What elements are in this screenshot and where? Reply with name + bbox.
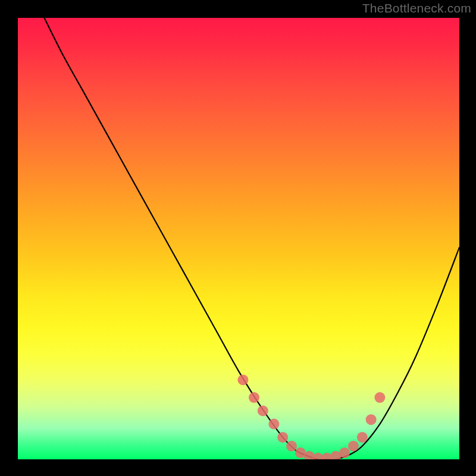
- optimum-dot: [374, 392, 385, 403]
- optimum-dot: [258, 405, 268, 416]
- optimum-dot: [237, 374, 248, 385]
- optimum-dots: [237, 374, 385, 459]
- chart-container: TheBottleneck.com: [0, 0, 476, 476]
- optimum-dot: [277, 432, 288, 443]
- optimum-dot: [366, 414, 377, 425]
- optimum-dot: [268, 419, 279, 430]
- optimum-dot: [339, 447, 350, 458]
- optimum-dot: [348, 441, 359, 452]
- gradient-plot-area: [18, 18, 459, 459]
- curve-svg: [18, 18, 459, 459]
- optimum-dot: [357, 432, 368, 443]
- watermark-text: TheBottleneck.com: [362, 1, 471, 15]
- optimum-dot: [286, 441, 297, 452]
- optimum-dot: [249, 392, 259, 403]
